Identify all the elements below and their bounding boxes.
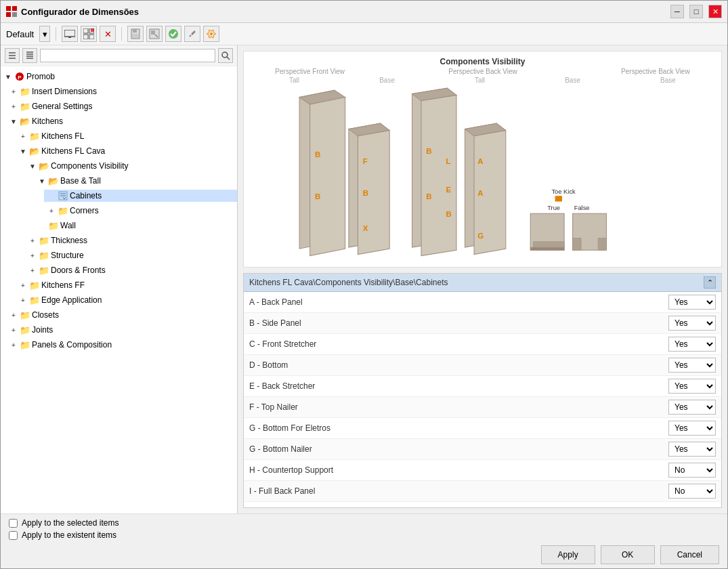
left-panel: ▼ P Promob + 📁 Insert Dimensions bbox=[1, 45, 238, 513]
title-bar: Configurador de Dimensões ─ □ ✕ bbox=[1, 1, 727, 23]
tree-row-edge-application[interactable]: + 📁 Edge Application bbox=[16, 294, 237, 306]
apply-button[interactable]: Apply bbox=[541, 545, 595, 564]
settings-button[interactable] bbox=[203, 26, 219, 42]
tree-row-kitchens-fl[interactable]: + 📁 Kitchens FL bbox=[16, 130, 237, 142]
folder-icon-edge-application: 📁 bbox=[29, 295, 40, 305]
tree-row-base-tall[interactable]: ▼ 📂 Base & Tall bbox=[35, 175, 237, 187]
dropdown-arrow-btn[interactable]: ▾ bbox=[39, 26, 50, 42]
col-header-1: Perspective Front View bbox=[275, 68, 345, 75]
settings-collapse-button[interactable]: ⌃ bbox=[704, 276, 716, 289]
main-window: Configurador de Dimensões ─ □ ✕ Default … bbox=[0, 0, 728, 569]
settings-row-8-select[interactable]: NoYes bbox=[668, 463, 716, 478]
folder-icon-wall: 📁 bbox=[48, 220, 59, 231]
settings-row-0-select[interactable]: YesNo bbox=[668, 295, 716, 310]
tree-row-panels-composition[interactable]: + 📁 Panels & Composition bbox=[6, 339, 237, 351]
apply-existent-label[interactable]: Apply to the existent items bbox=[22, 530, 116, 540]
apply-selected-label[interactable]: Apply to the selected items bbox=[22, 518, 119, 528]
folder-icon-base-tall: 📂 bbox=[48, 175, 59, 186]
tree-toggle-structure[interactable]: + bbox=[28, 251, 37, 260]
tree-row-cabinets[interactable]: ─ Cabinets bbox=[44, 190, 237, 202]
settings-row-7-select[interactable]: YesNo bbox=[668, 442, 716, 457]
tree-row-corners[interactable]: + 📁 Corners bbox=[44, 205, 237, 217]
tree-toggle-insert-dimensions[interactable]: + bbox=[9, 87, 18, 96]
check-button[interactable] bbox=[165, 26, 181, 42]
tree-node-corners: + 📁 Corners bbox=[1, 203, 237, 218]
tree-toggle-general-settings[interactable]: + bbox=[9, 102, 18, 111]
settings-row-4-label: E - Back Stretcher bbox=[249, 381, 668, 391]
tree-row-general-settings[interactable]: + 📁 General Settings bbox=[6, 100, 237, 112]
tree-row-promob[interactable]: ▼ P Promob bbox=[1, 70, 237, 83]
preview-area: Components Visibility Perspective Front … bbox=[243, 51, 722, 268]
tree-toggle-kitchens-fl[interactable]: + bbox=[18, 131, 28, 141]
settings-row-2-label: C - Front Stretcher bbox=[249, 339, 668, 349]
svg-marker-42 bbox=[421, 95, 456, 255]
tree-toggle-closets[interactable]: + bbox=[9, 310, 18, 320]
delete-button[interactable]: ✕ bbox=[100, 26, 116, 42]
tree-row-doors-fronts[interactable]: + 📁 Doors & Fronts bbox=[25, 264, 237, 276]
settings-row-3-select[interactable]: YesNo bbox=[668, 358, 716, 373]
tree-row-wall[interactable]: ─ 📁 Wall bbox=[35, 219, 237, 232]
tree-toggle-doors-fronts[interactable]: + bbox=[28, 266, 37, 275]
tree-row-structure[interactable]: + 📁 Structure bbox=[25, 249, 237, 261]
tree-toggle-panels-composition[interactable]: + bbox=[9, 340, 18, 350]
tree-toggle-thickness[interactable]: + bbox=[28, 236, 37, 245]
settings-row-4-select[interactable]: YesNo bbox=[668, 379, 716, 394]
tree-toggle-joints[interactable]: + bbox=[9, 325, 18, 335]
tree-row-kitchens[interactable]: ▼ 📂 Kitchens bbox=[6, 115, 237, 127]
tree-toggle-corners[interactable]: + bbox=[47, 206, 56, 215]
tree-label-promob: Promob bbox=[26, 72, 55, 81]
grid-view-button[interactable] bbox=[81, 26, 97, 42]
settings-row-1-select[interactable]: YesNo bbox=[668, 316, 716, 331]
svg-marker-36 bbox=[310, 98, 345, 256]
tree-toggle-base-tall[interactable]: ▼ bbox=[37, 176, 47, 186]
cabinet-4-label-b3: B bbox=[446, 210, 451, 218]
tree-toggle-promob[interactable]: ▼ bbox=[3, 72, 13, 81]
apply-selected-checkbox[interactable] bbox=[9, 519, 18, 528]
settings-row-6-select[interactable]: YesNo bbox=[668, 421, 716, 436]
tree-toggle-kitchens-ff[interactable]: + bbox=[18, 280, 28, 290]
cabinet-4-label-g: G bbox=[477, 232, 484, 240]
settings-row-7-label: G - Bottom Nailer bbox=[249, 444, 668, 454]
tree-expand-all-button[interactable] bbox=[22, 48, 37, 63]
cabinet-1-label-b-mid: B bbox=[315, 192, 320, 201]
wrench-button[interactable] bbox=[184, 26, 200, 42]
checkbox-row-2: Apply to the existent items bbox=[9, 530, 719, 540]
ok-button[interactable]: OK bbox=[601, 545, 655, 564]
cabinet-3-label-b: B bbox=[426, 147, 431, 155]
tree-node-insert-dimensions: + 📁 Insert Dimensions bbox=[1, 84, 237, 99]
settings-row-2-select[interactable]: YesNo bbox=[668, 337, 716, 352]
tree-toggle-kitchens-fl-cava[interactable]: ▼ bbox=[18, 146, 28, 156]
tree-row-joints[interactable]: + 📁 Joints bbox=[6, 324, 237, 336]
tree-row-insert-dimensions[interactable]: + 📁 Insert Dimensions bbox=[6, 85, 237, 98]
settings-row-4: E - Back Stretcher YesNo bbox=[244, 376, 721, 397]
minimize-button[interactable]: ─ bbox=[670, 5, 684, 18]
export-button[interactable] bbox=[146, 26, 163, 42]
settings-row-9-select[interactable]: NoYes bbox=[668, 484, 716, 499]
tree-collapse-all-button[interactable] bbox=[5, 48, 20, 63]
tree-node-wall: ─ 📁 Wall bbox=[1, 218, 237, 233]
sub-header-tall-2: Tall bbox=[475, 77, 485, 84]
close-button[interactable]: ✕ bbox=[708, 5, 722, 18]
tree-row-kitchens-fl-cava[interactable]: ▼ 📂 Kitchens FL Cava bbox=[16, 145, 237, 157]
tree-node-joints: + 📁 Joints bbox=[1, 322, 237, 337]
tree-toggle-edge-application[interactable]: + bbox=[18, 295, 28, 305]
tree-row-thickness[interactable]: + 📁 Thickness bbox=[25, 234, 237, 247]
tree-toggle-kitchens[interactable]: ▼ bbox=[9, 117, 18, 126]
settings-row-5-select[interactable]: YesNo bbox=[668, 400, 716, 415]
tree-search-input[interactable] bbox=[40, 49, 215, 62]
folder-icon-closets: 📁 bbox=[20, 310, 30, 320]
tree-search-button[interactable] bbox=[218, 48, 233, 63]
tree-row-kitchens-ff[interactable]: + 📁 Kitchens FF bbox=[16, 279, 237, 291]
tree-row-components-visibility[interactable]: ▼ 📂 Components Visibility bbox=[25, 160, 237, 172]
cancel-button[interactable]: Cancel bbox=[660, 545, 719, 564]
save-button[interactable] bbox=[127, 26, 144, 42]
apply-existent-checkbox[interactable] bbox=[9, 531, 18, 540]
tree-row-closets[interactable]: + 📁 Closets bbox=[6, 309, 237, 321]
maximize-button[interactable]: □ bbox=[689, 5, 703, 18]
settings-row-6: G - Bottom For Eletros YesNo bbox=[244, 418, 721, 439]
svg-line-18 bbox=[190, 35, 191, 37]
cabinet-2: F B X bbox=[349, 123, 389, 254]
screen-view-button[interactable] bbox=[62, 26, 78, 42]
tree-area: ▼ P Promob + 📁 Insert Dimensions bbox=[1, 66, 237, 513]
tree-toggle-components-visibility[interactable]: ▼ bbox=[28, 161, 37, 171]
